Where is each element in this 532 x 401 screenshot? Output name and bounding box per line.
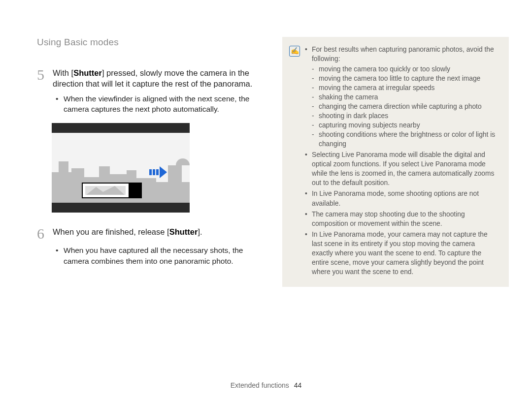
- list-item: moving the camera at irregular speeds: [312, 83, 498, 93]
- list-item: shooting conditions where the brightness…: [312, 130, 498, 149]
- list-item: The camera may stop shooting due to the …: [305, 210, 498, 228]
- step-body: When you are finished, release [Shutter]…: [53, 226, 268, 241]
- list-item: In Live Panorama mode, your camera may n…: [305, 230, 498, 277]
- step-6: 6 When you are finished, release [Shutte…: [37, 226, 268, 241]
- svg-rect-11: [168, 165, 182, 203]
- list-item: moving the camera too little to capture …: [312, 74, 498, 83]
- page-number: 44: [294, 381, 302, 389]
- list-item: changing the camera direction while capt…: [312, 102, 498, 111]
- svg-rect-3: [59, 161, 68, 203]
- list-item: When the viewfinder is aligned with the …: [56, 93, 268, 115]
- section-header: Using Basic modes: [37, 37, 268, 48]
- page-footer: Extended functions 44: [0, 381, 532, 389]
- svg-rect-17: [156, 169, 159, 175]
- step-sub-bullets: When the viewfinder is aligned with the …: [56, 93, 268, 115]
- svg-rect-13: [129, 183, 141, 198]
- step-sub-bullets: When you have captured all the necessary…: [56, 245, 268, 266]
- note-intro: For best results when capturing panorami…: [305, 45, 498, 149]
- note-icon: ✍: [289, 46, 300, 57]
- list-item: shooting in dark places: [312, 111, 498, 121]
- list-item: moving the camera too quickly or too slo…: [312, 64, 498, 74]
- footer-section: Extended functions: [231, 381, 289, 389]
- list-item: In Live Panorama mode, some shooting opt…: [305, 189, 498, 208]
- viewfinder-illustration: [52, 123, 190, 213]
- svg-rect-16: [153, 169, 155, 175]
- list-item: Selecting Live Panorama mode will disabl…: [305, 150, 498, 187]
- step-number: 6: [37, 226, 47, 241]
- step-body: With [Shutter] pressed, slowly move the …: [53, 67, 268, 90]
- step-number: 5: [37, 67, 47, 90]
- list-item: When you have captured all the necessary…: [56, 245, 268, 266]
- note-box: ✍ For best results when capturing panora…: [282, 37, 509, 287]
- list-item: shaking the camera: [312, 93, 498, 102]
- list-item: capturing moving subjects nearby: [312, 121, 498, 130]
- svg-rect-15: [149, 169, 152, 175]
- step-5: 5 With [Shutter] pressed, slowly move th…: [37, 67, 268, 90]
